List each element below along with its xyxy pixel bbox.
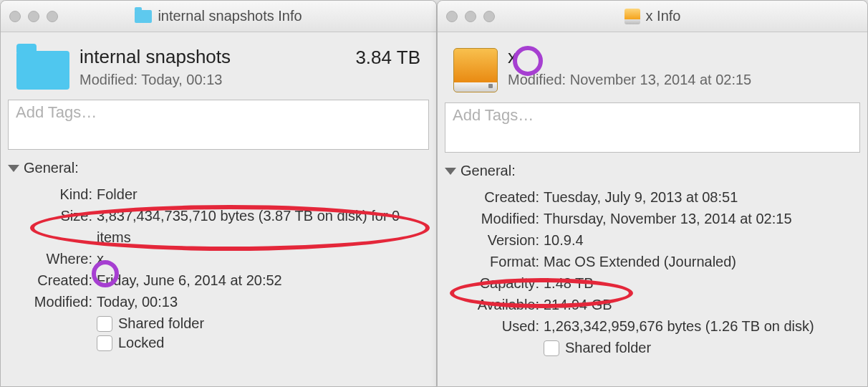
window-title: x Info [438,8,867,24]
locked-label: Locked [118,335,165,351]
close-icon[interactable] [9,11,21,22]
value-kind: Folder [97,183,428,205]
row-shared-folder: Shared folder [544,340,859,356]
row-modified: Modified: Today, 00:13 [14,291,428,312]
label-size: Size: [14,205,97,226]
minimize-icon[interactable] [465,11,476,22]
section-general[interactable]: General: [438,161,867,183]
item-name: x [508,47,852,67]
value-available: 214.94 GB [544,294,859,315]
value-created: Friday, June 6, 2014 at 20:52 [97,269,428,291]
title-text: internal snapshots Info [158,8,302,24]
value-where: x [97,248,428,269]
shared-folder-label: Shared folder [565,340,651,356]
shared-folder-checkbox[interactable] [97,316,112,332]
locked-checkbox[interactable] [97,335,112,351]
label-created: Created: [450,186,544,208]
minimize-icon[interactable] [28,11,39,22]
item-header: internal snapshots Modified: Today, 00:1… [1,32,436,100]
shared-folder-label: Shared folder [118,315,204,332]
titlebar[interactable]: x Info [438,1,867,32]
row-created: Created: Tuesday, July 9, 2013 at 08:51 [450,186,859,208]
general-content: Kind: Folder Size: 3,837,434,735,710 byt… [1,181,436,357]
folder-large-icon [16,51,69,90]
tags-input[interactable]: Add Tags… [445,102,860,153]
row-capacity: Capacity: 1.48 TB [450,272,859,294]
window-title: internal snapshots Info [1,8,436,24]
row-format: Format: Mac OS Extended (Journaled) [450,251,859,272]
row-modified: Modified: Thursday, November 13, 2014 at… [450,208,859,229]
close-icon[interactable] [446,11,458,22]
item-modified: Modified: Today, 00:13 [79,72,355,88]
value-created: Tuesday, July 9, 2013 at 08:51 [544,186,859,208]
label-format: Format: [450,251,544,272]
disclosure-triangle-icon[interactable] [445,168,456,175]
label-modified: Modified: [450,208,544,229]
row-locked: Locked [97,335,428,351]
general-content: Created: Tuesday, July 9, 2013 at 08:51 … [438,183,867,362]
row-version: Version: 10.9.4 [450,229,859,251]
item-modified: Modified: November 13, 2014 at 02:15 [508,72,852,88]
zoom-icon[interactable] [483,11,495,22]
disk-large-icon [453,48,498,92]
value-modified: Today, 00:13 [97,291,428,312]
row-kind: Kind: Folder [14,183,428,205]
info-window-folder: internal snapshots Info internal snapsho… [0,0,437,387]
section-label: General: [460,163,516,179]
label-modified: Modified: [14,291,97,312]
row-available: Available: 214.94 GB [450,294,859,315]
row-used: Used: 1,263,342,959,676 bytes (1.26 TB o… [450,315,859,337]
label-kind: Kind: [14,183,97,205]
titlebar[interactable]: internal snapshots Info [1,1,436,32]
folder-icon [135,10,152,23]
value-size: 3,837,434,735,710 bytes (3.87 TB on disk… [97,205,428,248]
row-shared-folder: Shared folder [97,315,428,332]
item-size-summary: 3.84 TB [355,47,420,69]
info-window-disk: x Info x Modified: November 13, 2014 at … [437,0,868,387]
label-used: Used: [450,315,544,337]
item-header: x Modified: November 13, 2014 at 02:15 [438,32,867,102]
tags-input[interactable]: Add Tags… [8,100,429,150]
value-modified: Thursday, November 13, 2014 at 02:15 [544,208,859,229]
disclosure-triangle-icon[interactable] [8,165,19,172]
traffic-lights [9,11,58,22]
zoom-icon[interactable] [47,11,58,22]
label-created: Created: [14,269,97,291]
disk-icon [625,9,640,24]
label-where: Where: [14,248,97,269]
label-available: Available: [450,294,544,315]
row-created: Created: Friday, June 6, 2014 at 20:52 [14,269,428,291]
section-label: General: [24,160,79,176]
item-name: internal snapshots [79,47,355,67]
label-version: Version: [450,229,544,251]
value-used: 1,263,342,959,676 bytes (1.26 TB on disk… [544,315,859,337]
row-size: Size: 3,837,434,735,710 bytes (3.87 TB o… [14,205,428,248]
value-format: Mac OS Extended (Journaled) [544,251,859,272]
title-text: x Info [646,8,681,24]
shared-folder-checkbox[interactable] [544,340,559,356]
value-version: 10.9.4 [544,229,859,251]
traffic-lights [446,11,495,22]
section-general[interactable]: General: [1,158,436,181]
row-where: Where: x [14,248,428,269]
value-capacity: 1.48 TB [544,272,859,294]
label-capacity: Capacity: [450,272,544,294]
